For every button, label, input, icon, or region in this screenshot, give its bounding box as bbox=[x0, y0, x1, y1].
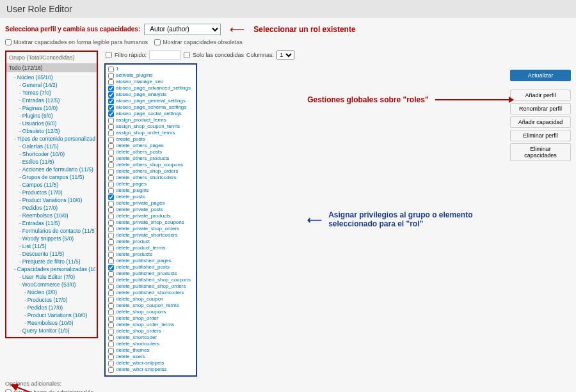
capability-row[interactable]: delete_private_products bbox=[108, 213, 193, 219]
capability-row[interactable]: delete_shop_coupon bbox=[108, 296, 193, 302]
capability-row[interactable]: delete_shortcoders bbox=[108, 341, 193, 347]
capability-row[interactable]: delete_private_posts bbox=[108, 207, 193, 213]
group-item[interactable]: -Woody snippets (5/0) bbox=[9, 235, 95, 242]
group-item[interactable]: -Obsoleto (12/3) bbox=[9, 127, 95, 135]
obsolete-toggle[interactable]: Mostrar capacidades obsoletas bbox=[154, 39, 243, 45]
group-item[interactable]: -User Role Editor (7/0) bbox=[9, 273, 95, 281]
only-granted-toggle[interactable] bbox=[184, 52, 190, 58]
columns-select[interactable]: 1 bbox=[276, 51, 294, 59]
group-item[interactable]: -Pedidos (17/0) bbox=[9, 204, 95, 212]
capability-row[interactable]: create_posts bbox=[108, 136, 193, 143]
role-select[interactable]: Autor (author) bbox=[144, 24, 221, 35]
capability-row[interactable]: delete_themes bbox=[108, 347, 193, 354]
update-button[interactable]: Actualizar bbox=[510, 70, 571, 81]
capability-checkbox[interactable] bbox=[108, 105, 114, 111]
capability-row[interactable]: delete_shortcoder bbox=[108, 334, 193, 341]
group-item[interactable]: -Estilos (11/5) bbox=[9, 158, 95, 166]
capability-checkbox[interactable] bbox=[108, 156, 114, 162]
capability-row[interactable]: delete_private_shop_coupons bbox=[108, 219, 193, 226]
group-item[interactable]: -Núcleo (2/0) bbox=[9, 288, 95, 296]
capability-row[interactable]: delete_private_shop_orders bbox=[108, 226, 193, 232]
capability-checkbox[interactable] bbox=[108, 182, 114, 187]
hide-admin-bar-toggle[interactable]: Ocultar barra de administración bbox=[5, 389, 571, 392]
capability-row[interactable]: delete_wbcr-snippets bbox=[108, 360, 193, 366]
group-item[interactable]: -Usuarios (6/0) bbox=[9, 120, 95, 127]
capability-row[interactable]: delete_shop_coupons bbox=[108, 309, 193, 315]
capability-row[interactable]: delete_product_terms bbox=[108, 245, 193, 251]
capability-checkbox[interactable] bbox=[108, 252, 114, 258]
group-item[interactable]: -Preajuste de filtro (11/5) bbox=[9, 258, 95, 265]
group-item[interactable]: -Tipos de contenido personalizados (53/5… bbox=[9, 135, 95, 143]
group-item[interactable]: -WooCommerce (53/0) bbox=[9, 281, 95, 288]
group-item[interactable]: -Núcleo (65/10) bbox=[9, 74, 95, 81]
group-item[interactable]: -Pedidos (17/0) bbox=[9, 304, 95, 311]
group-item[interactable]: -Product Variations (10/0) bbox=[9, 311, 95, 319]
capability-row[interactable]: delete_others_shop_orders bbox=[108, 168, 193, 175]
group-item[interactable]: -Product Variations (10/0) bbox=[9, 196, 95, 204]
capability-checkbox[interactable] bbox=[108, 98, 114, 104]
capability-row[interactable]: delete_published_shop_coupons bbox=[108, 277, 193, 283]
capability-row[interactable]: aioseo_page_analysis bbox=[108, 91, 193, 98]
capability-row[interactable]: activate_plugins bbox=[108, 72, 193, 79]
capability-row[interactable]: delete_shop_order_terms bbox=[108, 322, 193, 328]
delete-caps-button[interactable]: Eliminar capacidades bbox=[510, 143, 571, 161]
capability-row[interactable]: delete_private_pages bbox=[108, 200, 193, 207]
group-item[interactable]: -Productos (17/0) bbox=[9, 296, 95, 304]
group-item[interactable]: -Acciones de formulario (11/5) bbox=[9, 166, 95, 173]
capability-checkbox[interactable] bbox=[108, 265, 114, 270]
capability-row[interactable]: assign_product_terms bbox=[108, 117, 193, 123]
quick-filter-input[interactable] bbox=[149, 51, 181, 59]
rename-role-button[interactable]: Renombrar perfil bbox=[510, 103, 571, 114]
capability-checkbox[interactable] bbox=[108, 335, 114, 341]
capability-checkbox[interactable] bbox=[108, 169, 114, 175]
group-item[interactable]: -Formularios de contacto (11/5) bbox=[9, 227, 95, 235]
group-item[interactable]: -Grupos de campos (11/5) bbox=[9, 173, 95, 181]
group-item[interactable]: -Shortcoder (10/0) bbox=[9, 150, 95, 158]
capability-row[interactable]: delete_published_products bbox=[108, 270, 193, 277]
capability-row[interactable]: delete_published_posts bbox=[108, 264, 193, 270]
group-item-all[interactable]: Todo (172/16) bbox=[6, 63, 97, 72]
group-item[interactable]: -Entradas (12/5) bbox=[9, 97, 95, 104]
capability-row[interactable]: delete_pages bbox=[108, 181, 193, 187]
capability-row[interactable]: delete_shop_orders bbox=[108, 328, 193, 334]
capability-row[interactable]: delete_shop_order bbox=[108, 315, 193, 322]
add-role-button[interactable]: Añadir perfil bbox=[510, 90, 571, 101]
capability-row[interactable]: assign_shop_coupon_terms bbox=[108, 123, 193, 130]
capability-row[interactable]: aioseo_page_advanced_settings bbox=[108, 85, 193, 91]
group-item[interactable]: -Campos (11/5) bbox=[9, 181, 95, 189]
capability-checkbox[interactable] bbox=[108, 361, 114, 366]
capability-checkbox[interactable] bbox=[108, 284, 114, 290]
capability-row[interactable]: delete_published_shortcoders bbox=[108, 290, 193, 296]
capability-row[interactable]: delete_others_shortcoders bbox=[108, 175, 193, 181]
group-item[interactable]: -Galerías (11/5) bbox=[9, 143, 95, 150]
capability-checkbox[interactable] bbox=[108, 310, 114, 315]
capability-checkbox[interactable] bbox=[108, 188, 114, 194]
add-cap-button[interactable]: Añadir capacidad bbox=[510, 116, 571, 128]
capability-checkbox[interactable] bbox=[108, 201, 114, 207]
capability-checkbox[interactable] bbox=[108, 67, 114, 72]
capability-row[interactable]: 1 bbox=[108, 66, 193, 72]
capability-checkbox[interactable] bbox=[108, 130, 114, 136]
group-item[interactable]: -Reembolsos (10/0) bbox=[9, 212, 95, 219]
group-item[interactable]: -Entradas (11/5) bbox=[9, 219, 95, 227]
capability-row[interactable]: aioseo_page_schema_settings bbox=[108, 104, 193, 111]
capability-checkbox[interactable] bbox=[108, 322, 114, 328]
group-item[interactable]: -Reembolsos (10/0) bbox=[9, 319, 95, 327]
capability-row[interactable]: delete_published_pages bbox=[108, 258, 193, 264]
capability-row[interactable]: delete_others_posts bbox=[108, 149, 193, 155]
capability-checkbox[interactable] bbox=[108, 271, 114, 277]
capability-checkbox[interactable] bbox=[108, 246, 114, 251]
capability-checkbox[interactable] bbox=[108, 316, 114, 322]
capability-checkbox[interactable] bbox=[108, 233, 114, 239]
group-item[interactable]: -Descuento (11/5) bbox=[9, 250, 95, 258]
capability-row[interactable]: delete_others_shop_coupons bbox=[108, 162, 193, 168]
capability-checkbox[interactable] bbox=[108, 367, 114, 373]
capability-checkbox[interactable] bbox=[108, 194, 114, 200]
capability-checkbox[interactable] bbox=[108, 290, 114, 296]
capability-checkbox[interactable] bbox=[108, 278, 114, 283]
capability-checkbox[interactable] bbox=[108, 92, 114, 98]
capability-row[interactable]: delete_others_products bbox=[108, 155, 193, 162]
capability-checkbox[interactable] bbox=[108, 329, 114, 334]
capability-row[interactable]: delete_shop_coupon_terms bbox=[108, 302, 193, 309]
capability-checkbox[interactable] bbox=[108, 348, 114, 354]
